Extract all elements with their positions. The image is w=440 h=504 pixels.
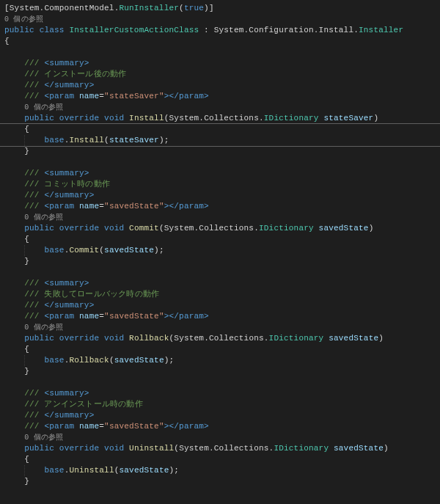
- codelens-references[interactable]: 0 個の参照: [24, 213, 63, 222]
- codelens-references[interactable]: 0 個の参照: [24, 434, 63, 442]
- code-line: {: [4, 234, 436, 245]
- code-line: }: [4, 256, 436, 267]
- code-line: [4, 487, 436, 498]
- class-name: InstallerCustomActionClass: [69, 26, 199, 34]
- method-name: Commit: [129, 224, 159, 233]
- code-line: /// <summary>: [4, 278, 436, 289]
- code-line: /// <param name="savedState"></param>: [4, 201, 436, 212]
- doc-summary-text: 失敗してロールバック時の動作: [44, 290, 159, 299]
- codelens-references[interactable]: 0 個の参照: [24, 103, 63, 112]
- code-line: base.Install(stateSaver);: [4, 135, 436, 146]
- code-line: base.Uninstall(savedState);: [4, 465, 436, 476]
- code-line: [4, 267, 436, 278]
- code-line: base.Rollback(savedState);: [4, 355, 436, 366]
- code-line: /// コミット時の動作: [4, 179, 436, 190]
- code-line: /// <param name="stateSaver"></param>: [4, 91, 436, 102]
- code-line: /// <param name="savedState"></param>: [4, 421, 436, 432]
- code-line: [System.ComponentModel.RunInstaller(true…: [4, 3, 436, 14]
- method-name: Uninstall: [129, 444, 174, 453]
- doc-summary-text: アンインストール時の動作: [44, 400, 142, 409]
- method-name: Rollback: [129, 334, 169, 343]
- doc-summary-text: インストール後の動作: [44, 70, 126, 78]
- code-line: /// <summary>: [4, 58, 436, 69]
- code-line: 0 個の参照: [4, 212, 436, 223]
- code-line: /// <param name="savedState"></param>: [4, 311, 436, 322]
- code-line: 0 個の参照: [4, 14, 436, 25]
- code-line: [4, 157, 436, 168]
- codelens-references[interactable]: 0 個の参照: [24, 324, 63, 332]
- codelens-references[interactable]: 0 個の参照: [4, 15, 43, 23]
- code-line: {: [4, 124, 436, 135]
- code-line: public class InstallerCustomActionClass …: [4, 25, 436, 36]
- method-name: Install: [129, 114, 164, 123]
- code-line: {: [4, 454, 436, 465]
- doc-summary-text: コミット時の動作: [44, 180, 110, 189]
- code-line: /// <summary>: [4, 168, 436, 179]
- code-line: 0 個の参照: [4, 322, 436, 333]
- code-line: /// </summary>: [4, 190, 436, 201]
- code-line: /// アンインストール時の動作: [4, 399, 436, 410]
- code-line: public override void Rollback(System.Col…: [4, 333, 436, 344]
- code-line: base.Commit(savedState);: [4, 245, 436, 256]
- code-line: {: [4, 36, 436, 47]
- code-line: 0 個の参照: [4, 432, 436, 443]
- code-line: }: [4, 146, 436, 157]
- code-line: [4, 47, 436, 58]
- code-line: /// </summary>: [4, 300, 436, 311]
- code-line: }: [4, 366, 436, 377]
- code-block: [System.ComponentModel.RunInstaller(true…: [0, 0, 440, 501]
- code-line: {: [4, 344, 436, 355]
- code-line: /// <summary>: [4, 388, 436, 399]
- code-line: /// </summary>: [4, 80, 436, 91]
- code-line: [4, 377, 436, 388]
- code-line: /// インストール後の動作: [4, 69, 436, 80]
- code-line: public override void Commit(System.Colle…: [4, 223, 436, 234]
- code-line: 0 個の参照: [4, 102, 436, 113]
- code-line: public override void Uninstall(System.Co…: [4, 443, 436, 454]
- code-line: }: [4, 476, 436, 487]
- code-line: /// 失敗してロールバック時の動作: [4, 289, 436, 300]
- code-line: /// </summary>: [4, 410, 436, 421]
- code-line: public override void Install(System.Coll…: [4, 113, 436, 124]
